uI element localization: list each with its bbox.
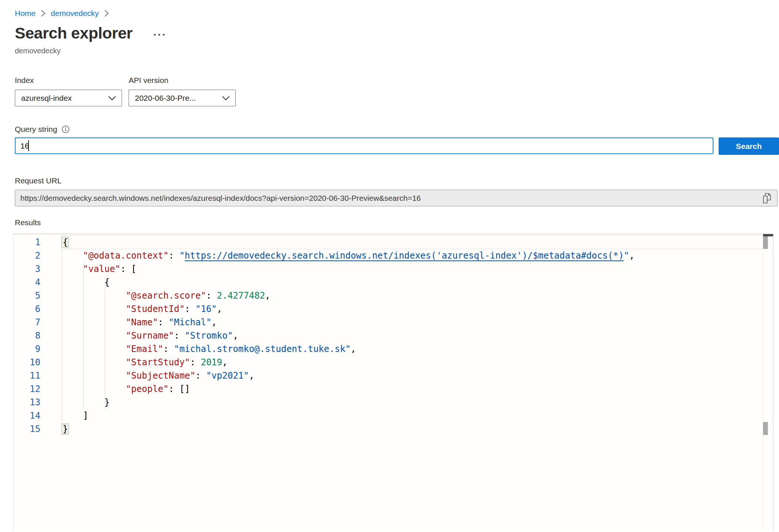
code-token: , bbox=[217, 304, 222, 314]
code-token: , bbox=[265, 290, 270, 301]
code-token bbox=[62, 250, 83, 261]
code-token bbox=[62, 317, 126, 327]
code-token: "16" bbox=[195, 304, 217, 314]
code-line[interactable]: "Surname": "Stromko", bbox=[62, 329, 634, 342]
results-label: Results bbox=[15, 218, 779, 227]
code-token bbox=[62, 344, 126, 354]
code-token: , bbox=[212, 317, 217, 327]
info-icon[interactable] bbox=[62, 125, 70, 133]
code-token: "Name" bbox=[126, 317, 158, 327]
line-number: 9 bbox=[14, 342, 40, 356]
code-token: "Michal" bbox=[169, 317, 212, 327]
chevron-down-icon bbox=[108, 94, 116, 103]
code-token: ] bbox=[62, 410, 88, 421]
code-token: " bbox=[624, 250, 629, 261]
code-line[interactable]: { bbox=[62, 276, 634, 289]
code-token: "@odata.context" bbox=[83, 250, 169, 261]
editor-code-area: { "@odata.context": "https://demovedecky… bbox=[62, 236, 634, 436]
code-token: : bbox=[195, 370, 206, 381]
results-json-editor[interactable]: 123456789101112131415 { "@odata.context"… bbox=[13, 234, 773, 531]
page-title: Search explorer bbox=[15, 24, 133, 42]
code-line[interactable]: "people": [] bbox=[62, 382, 634, 396]
line-number: 6 bbox=[14, 302, 40, 316]
line-number: 14 bbox=[14, 409, 40, 422]
code-line[interactable]: } bbox=[62, 422, 634, 436]
code-token: , bbox=[629, 250, 634, 261]
code-line[interactable]: "SubjectName": "vp2021", bbox=[62, 369, 634, 382]
copy-icon[interactable] bbox=[762, 192, 772, 204]
code-token: } bbox=[62, 397, 110, 408]
code-token: : bbox=[174, 330, 185, 341]
request-url-value: https://demovedecky.search.windows.net/i… bbox=[20, 194, 421, 203]
code-token: { bbox=[62, 277, 110, 287]
api-version-dropdown[interactable]: 2020-06-30-Pre... bbox=[129, 90, 236, 106]
code-token: "Stromko" bbox=[185, 330, 233, 341]
query-string-label: Query string bbox=[15, 125, 57, 134]
api-version-label: API version bbox=[129, 76, 236, 85]
code-line[interactable]: "StudentId": "16", bbox=[62, 302, 634, 316]
page-subtitle: demovedecky bbox=[15, 47, 779, 55]
code-line[interactable]: "@search.score": 2.4277482, bbox=[62, 289, 634, 302]
code-token: : [ bbox=[120, 264, 136, 274]
code-token: 2019 bbox=[201, 357, 222, 368]
line-number: 5 bbox=[14, 289, 40, 302]
code-token bbox=[62, 264, 83, 274]
line-number: 3 bbox=[14, 262, 40, 276]
code-token: "michal.stromko@.student.tuke.sk" bbox=[174, 344, 351, 354]
breadcrumb: Home demovedecky bbox=[15, 9, 779, 18]
api-version-dropdown-value: 2020-06-30-Pre... bbox=[135, 94, 196, 103]
code-token: : bbox=[185, 304, 195, 314]
code-token: { bbox=[62, 237, 69, 248]
editor-gutter: 123456789101112131415 bbox=[14, 236, 40, 436]
code-line[interactable]: "StartStudy": 2019, bbox=[62, 356, 634, 369]
chevron-down-icon bbox=[222, 94, 230, 103]
index-field-group: Index azuresql-index bbox=[15, 76, 122, 106]
code-token: " bbox=[179, 250, 185, 261]
code-token: "StartStudy" bbox=[126, 357, 190, 368]
code-token: : bbox=[158, 317, 169, 327]
code-token bbox=[62, 290, 126, 301]
code-token bbox=[62, 357, 126, 368]
code-link[interactable]: https://demovedecky.search.windows.net/i… bbox=[185, 250, 624, 261]
line-number: 7 bbox=[14, 316, 40, 329]
code-token: "vp2021" bbox=[206, 370, 249, 381]
more-options-button[interactable]: ··· bbox=[153, 31, 167, 39]
search-button[interactable]: Search bbox=[719, 137, 779, 155]
line-number: 13 bbox=[14, 396, 40, 409]
code-token: , bbox=[222, 357, 227, 368]
request-url-label: Request URL bbox=[15, 176, 779, 185]
line-number: 1 bbox=[14, 236, 40, 249]
code-line[interactable]: "value": [ bbox=[62, 262, 634, 276]
code-token: "Surname" bbox=[126, 330, 174, 341]
vertical-scrollbar-thumb[interactable] bbox=[763, 236, 768, 249]
overview-ruler bbox=[763, 234, 763, 531]
code-line[interactable]: "@odata.context": "https://demovedecky.s… bbox=[62, 249, 634, 262]
code-line[interactable]: ] bbox=[62, 409, 634, 422]
breadcrumb-separator-icon bbox=[41, 9, 46, 17]
breadcrumb-demovedecky-link[interactable]: demovedecky bbox=[51, 9, 99, 18]
code-token bbox=[62, 384, 126, 394]
code-token bbox=[62, 370, 126, 381]
code-line[interactable]: "Email": "michal.stromko@.student.tuke.s… bbox=[62, 342, 634, 356]
code-token: : bbox=[163, 344, 174, 354]
breadcrumb-separator-icon bbox=[104, 9, 109, 17]
code-token: , bbox=[249, 370, 254, 381]
code-token: : bbox=[190, 357, 201, 368]
breadcrumb-home-link[interactable]: Home bbox=[15, 9, 36, 18]
request-url-field[interactable]: https://demovedecky.search.windows.net/i… bbox=[15, 190, 778, 206]
line-number: 10 bbox=[14, 356, 40, 369]
index-dropdown[interactable]: azuresql-index bbox=[15, 90, 122, 106]
line-number: 2 bbox=[14, 249, 40, 262]
api-version-field-group: API version 2020-06-30-Pre... bbox=[129, 76, 236, 106]
code-token: "@search.score" bbox=[126, 290, 206, 301]
code-line[interactable]: "Name": "Michal", bbox=[62, 316, 634, 329]
line-number: 8 bbox=[14, 329, 40, 342]
line-number: 12 bbox=[14, 382, 40, 396]
query-string-input[interactable] bbox=[15, 137, 713, 154]
code-token bbox=[62, 330, 126, 341]
line-number: 11 bbox=[14, 369, 40, 382]
code-line[interactable]: } bbox=[62, 396, 634, 409]
code-token: "value" bbox=[83, 264, 120, 274]
code-token: : [] bbox=[169, 384, 190, 394]
code-line[interactable]: { bbox=[62, 236, 634, 249]
